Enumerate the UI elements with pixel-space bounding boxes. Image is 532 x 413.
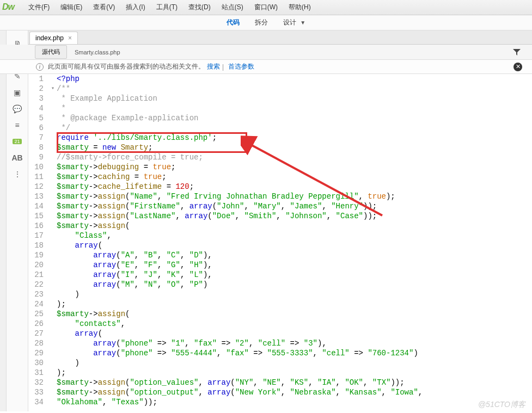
- tool-text-icon[interactable]: AB: [11, 151, 24, 164]
- code-content[interactable]: $smarty->debugging = true;: [57, 162, 532, 172]
- code-content[interactable]: * Example Application: [57, 94, 532, 103]
- code-line[interactable]: 34"Oklahoma", "Texas"));: [28, 397, 532, 407]
- code-line[interactable]: 22 array("M", "N", "O", "P"): [28, 280, 532, 289]
- menu-edit[interactable]: 编辑(E): [55, 1, 88, 14]
- code-line[interactable]: 8$smarty = new Smarty;: [28, 143, 532, 152]
- menu-view[interactable]: 查看(V): [88, 1, 120, 14]
- code-content[interactable]: $smarty->assign(: [57, 221, 532, 231]
- tool-more-icon[interactable]: ⋮: [11, 168, 24, 181]
- code-content[interactable]: require '../libs/Smarty.class.php';: [57, 133, 532, 143]
- infobar-prefs-link[interactable]: 首选参数: [228, 62, 254, 71]
- code-content[interactable]: array("phone" => "1", "fax" => "2", "cel…: [57, 338, 532, 348]
- close-icon[interactable]: ×: [68, 34, 72, 42]
- menu-file[interactable]: 文件(F): [23, 1, 55, 14]
- infobar-search-link[interactable]: 搜索: [207, 62, 220, 71]
- menu-help[interactable]: 帮助(H): [283, 1, 316, 14]
- code-line[interactable]: 31);: [28, 368, 532, 378]
- code-content[interactable]: array(: [57, 241, 532, 250]
- code-line[interactable]: 18 array(: [28, 241, 532, 250]
- source-tab[interactable]: 源代码: [35, 45, 67, 59]
- code-content[interactable]: ): [57, 358, 532, 368]
- tool-badge-icon[interactable]: 21: [11, 135, 24, 148]
- code-line[interactable]: 26 "contacts",: [28, 319, 532, 329]
- code-line[interactable]: 30 ): [28, 358, 532, 368]
- view-split[interactable]: 拆分: [247, 16, 276, 29]
- code-line[interactable]: 32$smarty->assign("option_values", array…: [28, 378, 532, 387]
- code-line[interactable]: 2▾/**: [28, 84, 532, 94]
- code-content[interactable]: array("I", "J", "K", "L"),: [57, 270, 532, 280]
- code-line[interactable]: 11$smarty->caching = true;: [28, 172, 532, 182]
- code-content[interactable]: $smarty->assign("Name", "Fred Irving Joh…: [57, 192, 532, 201]
- code-line[interactable]: 4 *: [28, 103, 532, 113]
- file-tab-index[interactable]: index.php ×: [29, 32, 78, 44]
- code-line[interactable]: 21 array("I", "J", "K", "L"),: [28, 270, 532, 280]
- code-content[interactable]: $smarty->assign("option_output", array("…: [57, 387, 532, 397]
- code-line[interactable]: 20 array("E", "F", "G", "H"),: [28, 260, 532, 270]
- code-line[interactable]: 12$smarty->cache_lifetime = 120;: [28, 182, 532, 192]
- code-content[interactable]: array("M", "N", "O", "P"): [57, 280, 532, 289]
- code-line[interactable]: 5 * @package Example-application: [28, 113, 532, 123]
- code-content[interactable]: $smarty->assign("option_values", array("…: [57, 378, 532, 387]
- code-line[interactable]: 28 array("phone" => "1", "fax" => "2", "…: [28, 338, 532, 348]
- code-line[interactable]: 10$smarty->debugging = true;: [28, 162, 532, 172]
- code-line[interactable]: 13$smarty->assign("Name", "Fred Irving J…: [28, 192, 532, 201]
- code-content[interactable]: array(: [57, 329, 532, 338]
- left-gutter: [0, 30, 7, 411]
- line-number: 29: [28, 348, 49, 358]
- code-content[interactable]: $smarty->assign("FirstName", array("John…: [57, 201, 532, 211]
- code-content[interactable]: $smarty->cache_lifetime = 120;: [57, 182, 532, 192]
- menu-site[interactable]: 站点(S): [216, 1, 249, 14]
- code-content[interactable]: );: [57, 368, 532, 378]
- code-line[interactable]: 6 */: [28, 123, 532, 133]
- code-content[interactable]: *: [57, 103, 532, 113]
- code-content[interactable]: );: [57, 299, 532, 309]
- code-content[interactable]: "contacts",: [57, 319, 532, 329]
- app-window: Dw 文件(F) 编辑(E) 查看(V) 插入(I) 工具(T) 查找(D) 站…: [0, 0, 532, 413]
- code-content[interactable]: */: [57, 123, 532, 133]
- code-content[interactable]: //$smarty->force_compile = true;: [57, 152, 532, 162]
- code-content[interactable]: array("phone" => "555-4444", "fax" => "5…: [57, 348, 532, 358]
- filter-icon[interactable]: [512, 48, 521, 58]
- related-file-tab[interactable]: Smarty.class.php: [68, 47, 127, 58]
- code-line[interactable]: 23 ): [28, 289, 532, 299]
- code-line[interactable]: 7require '../libs/Smarty.class.php';: [28, 133, 532, 143]
- code-line[interactable]: 1<?php: [28, 74, 532, 84]
- menu-window[interactable]: 窗口(W): [249, 1, 283, 14]
- view-code[interactable]: 代码: [219, 16, 247, 29]
- code-line[interactable]: 17 "Class",: [28, 231, 532, 241]
- tool-db-icon[interactable]: ≡: [11, 119, 24, 132]
- menu-insert[interactable]: 插入(I): [120, 1, 150, 14]
- code-content[interactable]: <?php: [57, 74, 532, 84]
- fold-toggle[interactable]: ▾: [49, 84, 57, 94]
- tool-image-icon[interactable]: ▣: [11, 86, 24, 99]
- code-line[interactable]: 16$smarty->assign(: [28, 221, 532, 231]
- code-editor[interactable]: 1<?php2▾/**3 * Example Application4 *5 *…: [28, 74, 532, 413]
- view-design[interactable]: 设计 ▼: [276, 16, 313, 29]
- code-content[interactable]: $smarty->assign("LastName", array("Doe",…: [57, 211, 532, 221]
- code-line[interactable]: 29 array("phone" => "555-4444", "fax" =>…: [28, 348, 532, 358]
- code-line[interactable]: 19 array("A", "B", "C", "D"),: [28, 250, 532, 260]
- code-content[interactable]: $smarty = new Smarty;: [57, 143, 532, 152]
- menu-tools[interactable]: 工具(T): [151, 1, 183, 14]
- code-line[interactable]: 9//$smarty->force_compile = true;: [28, 152, 532, 162]
- code-content[interactable]: * @package Example-application: [57, 113, 532, 123]
- code-content[interactable]: $smarty->caching = true;: [57, 172, 532, 182]
- tool-chat-icon[interactable]: 💬: [11, 102, 24, 115]
- code-line[interactable]: 14$smarty->assign("FirstName", array("Jo…: [28, 201, 532, 211]
- code-line[interactable]: 15$smarty->assign("LastName", array("Doe…: [28, 211, 532, 221]
- code-content[interactable]: array("E", "F", "G", "H"),: [57, 260, 532, 270]
- code-line[interactable]: 25$smarty->assign(: [28, 309, 532, 319]
- code-line[interactable]: 33$smarty->assign("option_output", array…: [28, 387, 532, 397]
- code-content[interactable]: "Class",: [57, 231, 532, 241]
- code-line[interactable]: 3 * Example Application: [28, 94, 532, 103]
- code-line[interactable]: 27 array(: [28, 329, 532, 338]
- code-content[interactable]: "Oklahoma", "Texas"));: [57, 397, 532, 407]
- menu-find[interactable]: 查找(D): [183, 1, 216, 14]
- code-content[interactable]: array("A", "B", "C", "D"),: [57, 250, 532, 260]
- infobar-close-icon[interactable]: ✕: [513, 63, 522, 71]
- code-content[interactable]: $smarty->assign(: [57, 309, 532, 319]
- fold-toggle: [49, 74, 57, 84]
- code-content[interactable]: ): [57, 289, 532, 299]
- code-line[interactable]: 24);: [28, 299, 532, 309]
- code-content[interactable]: /**: [57, 84, 532, 94]
